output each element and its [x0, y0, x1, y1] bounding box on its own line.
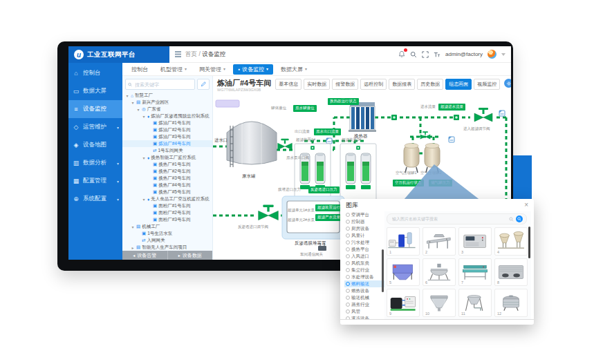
tree-node-icon: ▤ [136, 224, 140, 229]
tree-row[interactable]: ⇄ 入网网关 [122, 237, 212, 244]
tab[interactable]: ● 数据大屏 ▾ [276, 64, 312, 75]
gallery-category[interactable]: 污水处理 [344, 239, 384, 246]
collapse-menu-icon[interactable] [175, 51, 181, 57]
gallery-tile[interactable]: 12 [494, 289, 528, 317]
gallery-search-input[interactable] [391, 216, 507, 222]
sidebar-item-config-mgmt[interactable]: ▦配置管理▾ [68, 172, 122, 190]
action-button[interactable]: 数据报表 [389, 79, 415, 90]
breadcrumb-home[interactable]: 首页 [185, 50, 197, 57]
tab[interactable]: ● 机型管理 ▾ [156, 64, 192, 75]
tree-row[interactable]: ▾ ♦ 换热智能工厂监控系统 [122, 154, 212, 161]
gallery-tile[interactable]: 2 [423, 227, 456, 256]
gallery-tile[interactable]: 1 [387, 227, 420, 256]
gallery-tile[interactable]: 10 [423, 289, 456, 317]
sidebar-item-maintenance[interactable]: ◇运营维护▾ [68, 118, 122, 136]
gallery-search-button[interactable] [516, 215, 523, 222]
expander-icon[interactable]: ▾ [142, 114, 146, 119]
tab[interactable]: ● 网关管理 ▾ [194, 64, 230, 75]
gallery-tile[interactable]: 3 [458, 227, 492, 256]
close-icon[interactable]: × [524, 202, 528, 209]
fullscreen-icon[interactable] [422, 51, 429, 58]
tree-row[interactable]: ▣ 换热厂#5号车间 [122, 189, 212, 195]
device-alarm-toggle[interactable]: ◂设备告警 [122, 251, 167, 260]
gallery-category[interactable]: 输送机械 [344, 294, 384, 301]
search-icon[interactable] [410, 51, 417, 58]
expander-icon[interactable]: ▾ [136, 107, 140, 112]
action-button[interactable]: 历史数据 [417, 79, 443, 90]
notification-bell-icon[interactable] [398, 50, 405, 58]
tree-row[interactable]: ▣ 炼油厂#1号车间 [122, 119, 212, 126]
tree-row[interactable]: ▣ 换热厂#2号车间 [122, 168, 212, 175]
sidebar-item-device-map[interactable]: ◈设备地图 [68, 136, 122, 154]
gallery-scrollbar[interactable] [528, 227, 530, 258]
expander-icon[interactable]: ▾ [131, 100, 135, 105]
sidebar-item-device-monitor[interactable]: ≡设备监控 [68, 100, 122, 118]
tree-row[interactable]: ▣ 换热厂#1号车间 [122, 161, 212, 168]
expander-icon[interactable]: ▾ [131, 224, 135, 229]
categories-scrollbar[interactable] [382, 249, 384, 292]
device-data-toggle[interactable]: ▸设备数据 [167, 251, 213, 260]
gallery-category[interactable]: 风管 [344, 308, 384, 315]
gallery-category[interactable]: 风机泵类 [344, 260, 384, 267]
gallery-tile[interactable]: 4 [494, 227, 528, 256]
avatar[interactable] [488, 50, 496, 59]
expander-icon[interactable]: ▾ [142, 155, 146, 160]
gallery-tile[interactable]: 8 [494, 258, 528, 287]
tree-row[interactable]: ▣ 炼油厂#2号车间 [122, 126, 212, 133]
gallery-tile[interactable]: 9 [387, 289, 420, 317]
gallery-category[interactable]: 风量计 [344, 232, 384, 239]
action-button[interactable]: 组态画面 [445, 79, 472, 90]
tree-row[interactable]: ⇄ 1号车间网关 [122, 147, 212, 154]
user-menu-caret-icon[interactable] [501, 53, 505, 56]
edit-tree-button[interactable] [197, 79, 210, 90]
tree-row[interactable]: ▾ ♦ 无人食品工厂空压机监控系统 [122, 195, 212, 202]
tree-row[interactable]: ▾ ▤ 机械工厂 [122, 223, 212, 230]
tree-row[interactable]: ▣ 炼油厂#3号车间 [122, 133, 212, 140]
gallery-category[interactable]: 燃热设备 [344, 287, 384, 294]
gallery-category[interactable]: 厨房设备 [344, 225, 384, 232]
gallery-category[interactable]: 换热平台 [344, 246, 384, 253]
tree-row[interactable]: ▾ ⌂ 智慧工厂 [122, 92, 212, 99]
tree-row[interactable]: ▣ 面粉厂#1号车间 [122, 202, 212, 209]
tree-row[interactable]: ▣ 换热厂#3号车间 [122, 175, 212, 182]
expander-icon[interactable]: ▾ [142, 197, 146, 202]
tree-search-input[interactable] [133, 82, 192, 88]
sidebar-item-console[interactable]: ⌂控制台 [68, 64, 122, 82]
gallery-tile[interactable]: 7 [458, 258, 492, 287]
action-button[interactable]: 视频监控 [474, 79, 500, 90]
gallery-tile[interactable]: 6 [423, 258, 456, 287]
tree-row[interactable]: ▣ 1号生活水泵 [122, 230, 212, 237]
tab[interactable]: ● 设备监控 ▾ [233, 64, 273, 75]
scada-label: 空气压缩罐1 [396, 171, 417, 175]
tree-row[interactable]: ▾ ♦ 炼油厂反渗透预脱盐控制系统 [122, 113, 212, 119]
tree-row[interactable]: ▣ 换热厂#4号车间 [122, 182, 212, 189]
action-button[interactable]: 远程控制 [360, 79, 387, 90]
expander-icon[interactable]: ▾ [125, 93, 129, 98]
sidebar-item-data-analysis[interactable]: ▥数据分析▾ [68, 154, 122, 172]
gallery-category[interactable]: 水处理设备 [344, 274, 384, 280]
gallery-category[interactable]: 控制器 [344, 218, 384, 225]
tree-row[interactable]: ▸ ▤ 智能无人生产车间项目 [122, 244, 212, 251]
sidebar-item-system-config[interactable]: ⊕系统配置▾ [68, 190, 122, 208]
gallery-category[interactable]: 入风进口 [344, 253, 384, 260]
tree-row[interactable]: ▣ 炼油厂#4号车间 [122, 140, 212, 147]
gallery-category[interactable]: 集尘行业 [344, 267, 384, 274]
text-size-icon[interactable] [434, 51, 440, 58]
gallery-tile[interactable]: 11 [458, 289, 492, 317]
tab[interactable]: ● 控制台 ▾ [127, 64, 153, 75]
gallery-tile[interactable]: 5 [387, 258, 420, 287]
action-button[interactable]: 基本信息 [275, 79, 301, 90]
gallery-category[interactable]: 蒸煮行业 [344, 301, 384, 308]
tree-row[interactable]: ▣ 面粉厂#2号车间 [122, 209, 212, 216]
gallery-category[interactable]: 空调平台 [344, 211, 384, 218]
tree-row[interactable]: ▾ ◎ 广东省 [122, 106, 212, 113]
expander-icon[interactable]: ▸ [131, 245, 135, 250]
gallery-category[interactable]: 燃料输送 [344, 280, 384, 287]
action-button[interactable]: 报警数据 [332, 79, 358, 90]
sidebar-item-dashboard[interactable]: ▭数据大屏 [68, 82, 122, 100]
canvas-settings-button[interactable] [504, 79, 511, 88]
tree-row[interactable]: ▣ 面粉厂#3号车间 [122, 216, 212, 223]
tree-row[interactable]: ▾ ▤ 新兴产业园区 [122, 99, 212, 106]
gallery-category[interactable]: 速冻设备 [344, 315, 384, 319]
action-button[interactable]: 实时数据 [304, 79, 330, 90]
